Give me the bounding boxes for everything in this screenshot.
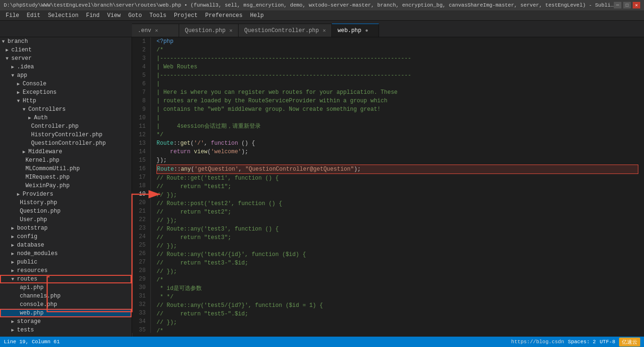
tree-arrow: ▶ (11, 319, 14, 324)
sidebar-item-branch[interactable]: ▼ branch (0, 37, 132, 46)
sidebar-item-routes[interactable]: ▼ routes (0, 275, 132, 283)
sidebar-item-providers[interactable]: ▶ Providers (0, 190, 132, 198)
maximize-button[interactable]: □ (623, 2, 631, 8)
tree-label: Http (23, 98, 36, 104)
minimize-button[interactable]: ─ (614, 2, 621, 8)
tab-close-icon[interactable]: ● (365, 28, 369, 33)
tree-label: Controller.php (31, 123, 79, 130)
tree-label: public (17, 259, 37, 265)
line-numbers: 1234567891011121314151617181920212223242… (132, 37, 151, 333)
sidebar-item-kernel_php[interactable]: Kernel.php (0, 156, 132, 165)
sidebar-item-bootstrap[interactable]: ▶ bootstrap (0, 224, 132, 232)
sidebar-item-question_controller[interactable]: QuestionController.php (0, 139, 132, 148)
tree-label: HistoryController.php (31, 132, 102, 138)
close-button[interactable]: ✕ (633, 2, 640, 8)
line-number-1: 1 (137, 37, 146, 46)
sidebar-item-history_php[interactable]: History.php (0, 198, 132, 207)
sidebar-item-question_php[interactable]: Question.php (0, 207, 132, 215)
code-line-33: // Route::any('test4/{id}', function ($i… (157, 250, 638, 259)
tree-label: storage (17, 318, 41, 325)
code-line-13: */ (157, 131, 638, 139)
line-number-6: 6 (137, 80, 146, 88)
tree-arrow: ▶ (11, 268, 14, 273)
sidebar-item-database[interactable]: ▶ database (0, 241, 132, 249)
line-number-29: 29 (137, 275, 146, 283)
code-line-29: // Route::any('test3', function () { (157, 225, 638, 233)
code-line-40: // Route::any('test5/{id?}', function ($… (157, 301, 638, 310)
line-number-2: 2 (137, 46, 146, 54)
code-line-4: |---------------------------------------… (157, 54, 638, 63)
tab-web-php[interactable]: web.php● (332, 24, 379, 37)
tab--env[interactable]: .env✕ (132, 24, 179, 37)
sidebar-item-node_modules[interactable]: ▶ node_modules (0, 249, 132, 258)
tree-arrow: ▼ (17, 99, 20, 104)
tab-label: QuestionController.php (244, 27, 319, 34)
tree-arrow: ▼ (6, 56, 8, 61)
tree-label: Auth (34, 115, 48, 121)
sidebar-item-tests[interactable]: ▶ tests (0, 326, 132, 334)
sidebar-item-controllers[interactable]: ▼ Controllers (0, 105, 132, 114)
tree-arrow: ▶ (11, 234, 14, 240)
sidebar-item-history_controller[interactable]: HistoryController.php (0, 131, 132, 139)
sidebar-item-weixin[interactable]: WeixinPay.php (0, 182, 132, 190)
sidebar-item-mirequest[interactable]: MIRequest.php (0, 173, 132, 182)
sidebar-item-public[interactable]: ▶ public (0, 258, 132, 266)
line-number-19: 19 (137, 190, 146, 198)
line-number-5: 5 (137, 71, 146, 80)
sidebar-item-exceptions[interactable]: ▶ Exceptions (0, 88, 132, 97)
code-line-7: | (157, 80, 638, 88)
sidebar-item-storage[interactable]: ▶ storage (0, 317, 132, 326)
tree-arrow: ▼ (23, 107, 25, 112)
tree-label: Middleware (28, 149, 62, 155)
menu-item-view[interactable]: View (103, 11, 124, 20)
tree-label: User.php (20, 216, 47, 223)
sidebar-item-console_php[interactable]: console.php (0, 300, 132, 309)
sidebar-item-http[interactable]: ▼ Http (0, 97, 132, 105)
line-number-13: 13 (137, 139, 146, 148)
line-number-33: 33 (137, 309, 146, 317)
code-area[interactable]: 1234567891011121314151617181920212223242… (132, 37, 644, 333)
tab-QuestionController-php[interactable]: QuestionController.php✕ (239, 24, 332, 37)
sidebar-item-middleware[interactable]: ▶ Middleware (0, 148, 132, 156)
sidebar-item-channels_php[interactable]: channels.php (0, 292, 132, 300)
tab-Question-php[interactable]: Question.php✕ (179, 24, 239, 37)
tree-label: routes (17, 276, 37, 282)
sidebar-item-user_php[interactable]: User.php (0, 215, 132, 224)
line-number-20: 20 (137, 198, 146, 207)
sidebar-item-mlcommom[interactable]: MLCommomUtil.php (0, 165, 132, 173)
line-number-9: 9 (137, 105, 146, 114)
code-line-42: // }); (157, 318, 638, 327)
menu-item-file[interactable]: File (2, 11, 23, 20)
code-content[interactable]: <?php/*|--------------------------------… (151, 37, 644, 333)
menu-item-edit[interactable]: Edit (23, 11, 44, 20)
menu-item-goto[interactable]: Goto (124, 11, 146, 20)
sidebar-item-console[interactable]: ▶ Console (0, 80, 132, 88)
sidebar-item-resources[interactable]: ▶ resources (0, 266, 132, 275)
menu-item-project[interactable]: Project (170, 11, 201, 20)
tab-close-icon[interactable]: ✕ (155, 27, 158, 33)
menu-item-find[interactable]: Find (82, 11, 103, 20)
code-line-8: | Here is where you can register web rou… (157, 88, 638, 97)
yisu-button[interactable]: 亿速云 (619, 338, 640, 347)
tab-close-icon[interactable]: ✕ (322, 27, 326, 33)
menu-item-tools[interactable]: Tools (146, 11, 170, 20)
sidebar-item-web_php[interactable]: web.php (0, 309, 132, 317)
line-number-21: 21 (137, 207, 146, 215)
tab-close-icon[interactable]: ✕ (229, 27, 232, 33)
sidebar-item-server[interactable]: ▼ server (0, 54, 132, 63)
sidebar-item-api_php[interactable]: api.php (0, 283, 132, 292)
sidebar-item-app[interactable]: ▼ app (0, 71, 132, 80)
line-number-35: 35 (137, 326, 146, 333)
sidebar: ▼ branch ▶ client ▼ server ▶ .idea ▼ app… (0, 37, 132, 337)
tree-arrow: ▶ (17, 90, 20, 95)
menu-item-help[interactable]: Help (247, 11, 268, 20)
code-line-19: Route::any('getQuestion', "QuestionContr… (157, 165, 638, 174)
sidebar-item-config[interactable]: ▶ config (0, 232, 132, 241)
menu-item-selection[interactable]: Selection (44, 11, 83, 20)
code-line-27: // }); (157, 216, 638, 225)
sidebar-item-auth[interactable]: ▶ Auth (0, 114, 132, 122)
sidebar-item-client[interactable]: ▶ client (0, 46, 132, 54)
sidebar-item-controller_php[interactable]: Controller.php (0, 122, 132, 131)
menu-item-preferences[interactable]: Preferences (201, 11, 246, 20)
sidebar-item-idea[interactable]: ▶ .idea (0, 63, 132, 71)
